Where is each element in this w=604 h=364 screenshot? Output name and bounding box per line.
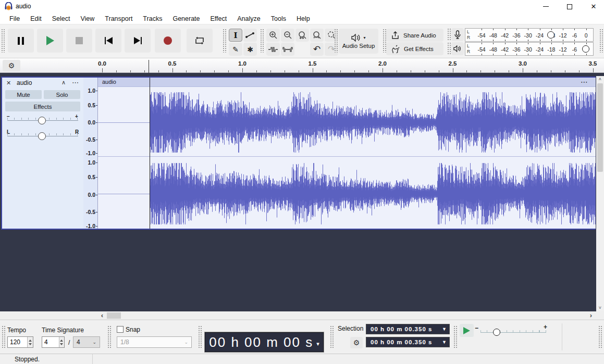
vertical-scrollbar[interactable]: ˄ ˅ — [596, 76, 604, 311]
spin-down-icon[interactable] — [60, 343, 63, 345]
menu-tools[interactable]: Tools — [266, 14, 291, 24]
snap-checkbox[interactable] — [117, 326, 124, 333]
close-button[interactable]: ✕ — [582, 0, 604, 13]
speed-slider-thumb[interactable] — [493, 329, 500, 336]
time-signature-upper-value[interactable] — [42, 337, 59, 347]
fit-selection-button[interactable] — [295, 29, 309, 42]
playback-meter-speaker-button[interactable] — [451, 42, 464, 55]
track-name[interactable]: audio — [17, 79, 32, 86]
menu-transport[interactable]: Transport — [100, 14, 138, 24]
edit-toolbar-grip[interactable] — [260, 29, 264, 53]
tempo-spinner[interactable] — [27, 337, 33, 347]
play-button[interactable] — [37, 29, 63, 53]
audio-setup-button[interactable]: ▾ Audio Setup — [339, 29, 378, 54]
horizontal-scrollbar-thumb[interactable] — [107, 312, 121, 319]
stop-button[interactable] — [66, 29, 92, 53]
skip-to-start-button[interactable] — [95, 29, 121, 53]
selection-end-field[interactable]: 00 h 00 m 00.350 s ▼ — [366, 337, 450, 347]
share-audio-button[interactable]: Share Audio — [386, 29, 443, 42]
audio-clip[interactable]: audio ⋯ — [98, 78, 596, 229]
timeline-ruler[interactable]: ⚙ 0.00.51.01.52.02.53.03.5 — [0, 58, 604, 73]
tempo-value[interactable] — [8, 337, 27, 347]
spin-up-icon[interactable] — [60, 340, 63, 342]
audio-setup-toolbar-grip[interactable] — [334, 29, 338, 53]
spin-up-icon[interactable] — [29, 340, 32, 342]
ts-spinner[interactable] — [59, 337, 64, 347]
maximize-button[interactable] — [558, 0, 582, 13]
timeline-options-button[interactable]: ⚙ — [3, 60, 20, 71]
waveform-left-channel[interactable] — [98, 87, 596, 157]
track-close-icon[interactable]: ✕ — [6, 80, 11, 86]
tempo-input[interactable] — [7, 336, 33, 348]
multi-tool-button[interactable]: ✱ — [243, 43, 257, 56]
vertical-scale-ruler[interactable]: 1.00.50.0-0.5-1.01.00.50.0-0.5-1.0 — [83, 78, 98, 229]
vertical-scrollbar-thumb[interactable] — [597, 83, 603, 172]
play-at-speed-grip[interactable] — [453, 325, 458, 348]
gain-slider-thumb[interactable] — [38, 117, 46, 124]
meter-toolbar-grip[interactable] — [599, 29, 603, 53]
track-area[interactable]: ✕ audio ∧ ⋯ Mute Solo Effects − + L R 1.… — [0, 73, 604, 311]
pause-button[interactable] — [8, 29, 34, 53]
tools-toolbar-grip[interactable] — [223, 29, 227, 53]
zoom-out-button[interactable] — [281, 29, 294, 42]
draw-tool-button[interactable]: ✎ — [229, 43, 242, 56]
scroll-down-icon[interactable]: ˅ — [596, 305, 604, 311]
loop-button[interactable] — [187, 29, 213, 53]
audio-track[interactable]: ✕ audio ∧ ⋯ Mute Solo Effects − + L R 1.… — [1, 77, 596, 230]
record-meter-mic-button[interactable] — [451, 28, 464, 41]
selection-tool-button[interactable]: I — [229, 29, 242, 42]
selection-settings-button[interactable]: ⚙ — [350, 337, 363, 348]
skip-to-end-button[interactable] — [125, 29, 151, 53]
clip-header[interactable]: audio ⋯ — [98, 78, 596, 87]
audio-position-display[interactable]: 00 h 00 m 00 s ▾ — [205, 332, 324, 352]
undo-button[interactable]: ↶ — [310, 43, 324, 56]
envelope-tool-button[interactable] — [243, 29, 257, 42]
waveform-right-channel[interactable] — [98, 157, 596, 229]
clip-menu-icon[interactable]: ⋯ — [581, 78, 588, 86]
mute-button[interactable]: Mute — [5, 90, 42, 99]
track-collapse-icon[interactable]: ∧ — [61, 79, 66, 86]
scroll-left-icon[interactable]: ‹ — [98, 311, 106, 320]
silence-audio-button[interactable] — [281, 43, 294, 56]
spin-down-icon[interactable] — [29, 343, 32, 345]
time-display-grip[interactable] — [198, 325, 202, 348]
transport-toolbar-grip[interactable] — [1, 29, 5, 53]
fit-project-button[interactable] — [310, 29, 324, 42]
playback-meter[interactable]: LR-54-48-42-36-30-24-18-12-60 — [465, 42, 594, 56]
scroll-right-icon[interactable]: › — [587, 311, 595, 320]
snap-toolbar-grip[interactable] — [107, 325, 112, 348]
track-menu-icon[interactable]: ⋯ — [72, 79, 79, 86]
menu-select[interactable]: Select — [47, 14, 76, 24]
menu-tracks[interactable]: Tracks — [138, 14, 167, 24]
selection-toolbar-grip[interactable] — [330, 325, 334, 348]
time-signature-upper-input[interactable] — [42, 336, 65, 348]
speed-slider-track[interactable] — [480, 332, 546, 333]
menu-effect[interactable]: Effect — [205, 14, 232, 24]
recording-meter[interactable]: LR-54-48-42-36-30-24-18-12-60 — [465, 28, 594, 42]
meter-slider-thumb[interactable] — [547, 31, 554, 39]
zoom-in-button[interactable] — [266, 29, 280, 42]
menu-analyze[interactable]: Analyze — [232, 14, 265, 24]
recording-meter-grip[interactable] — [447, 28, 451, 41]
meter-slider-thumb[interactable] — [582, 45, 589, 53]
time-signature-lower-select[interactable]: 4 ⌄ — [73, 336, 100, 348]
playback-meter-grip[interactable] — [447, 42, 451, 55]
scroll-up-icon[interactable]: ˄ — [596, 76, 604, 83]
horizontal-scrollbar[interactable]: ‹ › — [0, 311, 604, 320]
menu-help[interactable]: Help — [291, 14, 315, 24]
play-at-speed-button[interactable] — [460, 324, 474, 337]
snap-select[interactable]: 1/8 ⌄ — [117, 336, 192, 348]
effects-button[interactable]: Effects — [5, 102, 80, 111]
menu-view[interactable]: View — [75, 14, 100, 24]
time-toolbar-grip[interactable] — [2, 325, 6, 348]
menu-generate[interactable]: Generate — [167, 14, 205, 24]
trim-audio-button[interactable] — [266, 43, 280, 56]
record-button[interactable] — [155, 29, 181, 53]
menu-edit[interactable]: Edit — [25, 14, 47, 24]
end-grip[interactable] — [598, 325, 602, 348]
selection-start-field[interactable]: 00 h 00 m 00.350 s ▼ — [366, 324, 450, 334]
menu-file[interactable]: File — [4, 14, 25, 24]
pan-slider-thumb[interactable] — [38, 132, 46, 140]
minimize-button[interactable] — [534, 0, 558, 13]
get-effects-button[interactable]: Get Effects — [386, 42, 443, 55]
